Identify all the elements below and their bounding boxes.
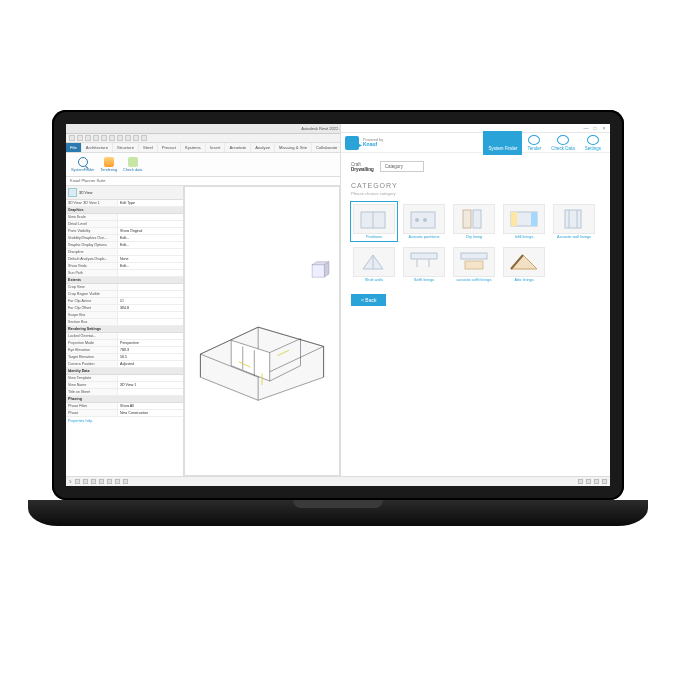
property-value[interactable] <box>118 319 183 325</box>
status-icon[interactable] <box>75 479 80 484</box>
category-tile-shaft-walls[interactable]: Shaft walls <box>351 245 397 284</box>
plugin-tab-check-data[interactable]: Check Data <box>546 131 580 155</box>
ribbon-tab[interactable]: Steel <box>139 143 158 152</box>
viewport-3d[interactable] <box>184 186 340 476</box>
status-icon[interactable] <box>107 479 112 484</box>
property-row[interactable]: Camera PositionAdjusted <box>66 361 183 368</box>
property-value[interactable]: None <box>118 256 183 262</box>
property-row[interactable]: Target Elevation56.5 <box>66 354 183 361</box>
property-value[interactable]: New Construction <box>118 410 183 416</box>
ribbon-tab[interactable]: Structure <box>113 143 139 152</box>
property-value[interactable]: 56.5 <box>118 354 183 360</box>
ribbon-tab[interactable]: Systems <box>181 143 206 152</box>
property-value[interactable] <box>118 214 183 220</box>
status-icon[interactable] <box>91 479 96 484</box>
ribbon-btn-systemfinder[interactable]: SystemFinder <box>71 157 94 172</box>
property-row[interactable]: Show GridsEdit... <box>66 263 183 270</box>
property-row[interactable]: View Name3D View 1 <box>66 382 183 389</box>
property-row[interactable]: Crop View <box>66 284 183 291</box>
property-row[interactable]: Title on Sheet <box>66 389 183 396</box>
category-tile-infill-linings[interactable]: Infill linings <box>501 202 547 241</box>
status-icon[interactable] <box>115 479 120 484</box>
status-icon[interactable] <box>99 479 104 484</box>
property-row[interactable]: Section Box <box>66 319 183 326</box>
property-row[interactable]: Projection ModePerspective <box>66 340 183 347</box>
property-value[interactable]: 780.3 <box>118 347 183 353</box>
ribbon-tab[interactable]: Annotate <box>225 143 251 152</box>
ribbon-tab[interactable]: Precast <box>158 143 181 152</box>
property-value[interactable]: Show Original <box>118 228 183 234</box>
status-icon[interactable] <box>586 479 591 484</box>
status-icon[interactable] <box>83 479 88 484</box>
qat-icon[interactable] <box>77 135 83 141</box>
ribbon-tab[interactable]: Insert <box>206 143 225 152</box>
back-button[interactable]: < Back <box>351 294 386 306</box>
property-row[interactable]: Detail Level <box>66 221 183 228</box>
category-dropdown[interactable]: Category <box>380 161 424 172</box>
property-value[interactable]: 304.8 <box>118 305 183 311</box>
qat-icon[interactable] <box>125 135 131 141</box>
qat-icon[interactable] <box>109 135 115 141</box>
property-row[interactable]: Locked Orientat... <box>66 333 183 340</box>
property-value[interactable] <box>118 270 183 276</box>
ribbon-tab[interactable]: Massing & Site <box>275 143 312 152</box>
plugin-tab-settings[interactable]: Settings <box>580 131 606 155</box>
property-row[interactable]: Far Clip Active☑ <box>66 298 183 305</box>
property-value[interactable]: Show All <box>118 403 183 409</box>
status-icon[interactable] <box>123 479 128 484</box>
property-row[interactable]: Scope Box <box>66 312 183 319</box>
property-value[interactable] <box>118 221 183 227</box>
status-scale[interactable]: 1: <box>69 480 72 484</box>
property-value[interactable] <box>118 375 183 381</box>
property-value[interactable] <box>118 312 183 318</box>
edit-type-button[interactable]: Edit Type <box>118 200 183 206</box>
qat-icon[interactable] <box>117 135 123 141</box>
property-row[interactable]: Far Clip Offset304.8 <box>66 305 183 312</box>
property-value[interactable] <box>118 284 183 290</box>
plugin-tab-tender[interactable]: Tender <box>522 131 546 155</box>
property-row[interactable]: Discipline <box>66 249 183 256</box>
qat-icon[interactable] <box>69 135 75 141</box>
property-row[interactable]: Sun Path <box>66 270 183 277</box>
qat-icon[interactable] <box>101 135 107 141</box>
property-row[interactable]: View Scale <box>66 214 183 221</box>
category-tile-partitions[interactable]: Partitions <box>351 202 397 241</box>
category-tile-attic-linings[interactable]: Attic linings <box>501 245 547 284</box>
property-row[interactable]: Visibility/Graphics Ove...Edit... <box>66 235 183 242</box>
plugin-tab-system-finder[interactable]: System Finder <box>483 131 522 155</box>
ribbon-tab[interactable]: Architecture <box>82 143 113 152</box>
property-row[interactable]: View Template <box>66 375 183 382</box>
qat-icon[interactable] <box>141 135 147 141</box>
property-value[interactable] <box>118 333 183 339</box>
ribbon-tab[interactable]: Collaborate <box>312 143 342 152</box>
property-row[interactable]: Eye Elevation780.3 <box>66 347 183 354</box>
status-icon[interactable] <box>594 479 599 484</box>
properties-help-link[interactable]: Properties help <box>66 417 183 425</box>
property-value[interactable] <box>118 389 183 395</box>
property-value[interactable] <box>118 291 183 297</box>
view-selector[interactable]: 3D View: 3D View 1 <box>66 200 118 206</box>
property-value[interactable]: Edit... <box>118 235 183 241</box>
property-value[interactable]: Perspective <box>118 340 183 346</box>
property-value[interactable]: Edit... <box>118 263 183 269</box>
status-icon[interactable] <box>602 479 607 484</box>
ribbon-tab-file[interactable]: File <box>66 143 82 152</box>
property-value[interactable]: ☑ <box>118 298 183 304</box>
category-tile-dry-lining[interactable]: Dry lining <box>451 202 497 241</box>
property-value[interactable]: 3D View 1 <box>118 382 183 388</box>
category-tile-acoustic-soffit-linings[interactable]: acoustic soffit linings <box>451 245 497 284</box>
property-row[interactable]: Parts VisibilityShow Original <box>66 228 183 235</box>
property-row[interactable]: Graphic Display OptionsEdit... <box>66 242 183 249</box>
status-icon[interactable] <box>578 479 583 484</box>
ribbon-tab[interactable]: Analyze <box>251 143 275 152</box>
ribbon-btn-tendering[interactable]: Tendering <box>100 157 117 172</box>
property-value[interactable]: Edit... <box>118 242 183 248</box>
qat-icon[interactable] <box>85 135 91 141</box>
property-row[interactable]: Crop Region Visible <box>66 291 183 298</box>
property-value[interactable] <box>118 249 183 255</box>
ribbon-btn-checkdata[interactable]: Check data <box>123 157 142 172</box>
qat-icon[interactable] <box>133 135 139 141</box>
category-tile-acoustic-wall-linings[interactable]: Acoustic wall linings <box>551 202 597 241</box>
category-tile-acoustic-partitions[interactable]: Acoustic partitions <box>401 202 447 241</box>
qat-icon[interactable] <box>93 135 99 141</box>
